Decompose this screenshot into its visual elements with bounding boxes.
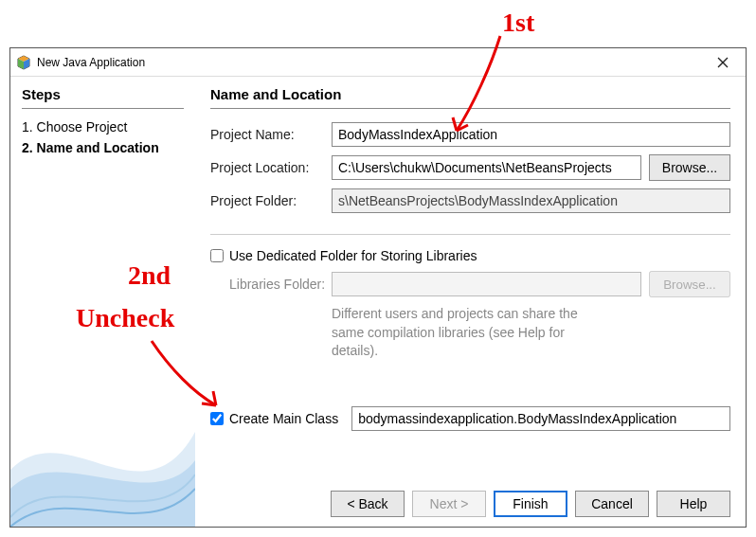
- project-name-row: Project Name:: [210, 122, 730, 147]
- project-name-label: Project Name:: [210, 127, 332, 142]
- titlebar: New Java Application: [10, 48, 746, 77]
- step-2: Name and Location: [22, 139, 184, 158]
- project-folder-input: [332, 188, 730, 213]
- divider: [210, 234, 730, 235]
- titlebar-title: New Java Application: [37, 56, 706, 69]
- decorative-wave: [10, 375, 195, 527]
- dedicated-folder-row: Use Dedicated Folder for Storing Librari…: [210, 248, 730, 263]
- dedicated-folder-label[interactable]: Use Dedicated Folder for Storing Librari…: [229, 248, 477, 263]
- button-bar: < Back Next > Finish Cancel Help: [210, 475, 730, 517]
- form-pane: Name and Location Project Name: Project …: [195, 77, 746, 527]
- steps-heading: Steps: [22, 86, 184, 109]
- steps-list: Choose Project Name and Location: [22, 118, 184, 157]
- form-heading: Name and Location: [210, 86, 730, 109]
- next-button: Next >: [412, 491, 486, 517]
- netbeans-icon: [16, 55, 31, 70]
- help-button[interactable]: Help: [657, 491, 730, 517]
- back-button[interactable]: < Back: [331, 491, 405, 517]
- dedicated-folder-checkbox[interactable]: [210, 249, 224, 262]
- main-class-input[interactable]: [351, 406, 730, 431]
- cancel-button[interactable]: Cancel: [575, 491, 649, 517]
- project-location-row: Project Location: Browse...: [210, 154, 730, 181]
- libraries-help-text: Different users and projects can share t…: [210, 305, 608, 361]
- step-1: Choose Project: [22, 118, 184, 137]
- create-main-class-row: Create Main Class: [210, 406, 730, 431]
- finish-button[interactable]: Finish: [494, 491, 567, 517]
- content: Steps Choose Project Name and Location N…: [10, 77, 746, 527]
- project-location-input[interactable]: [332, 155, 641, 180]
- libraries-folder-label: Libraries Folder:: [229, 277, 332, 292]
- project-location-label: Project Location:: [210, 160, 332, 175]
- annotation-1st: 1st: [502, 8, 534, 38]
- browse-location-button[interactable]: Browse...: [649, 154, 730, 181]
- create-main-class-checkbox[interactable]: [210, 412, 224, 425]
- libraries-folder-row: Libraries Folder: Browse...: [210, 271, 730, 297]
- steps-pane: Steps Choose Project Name and Location: [10, 77, 195, 527]
- project-folder-label: Project Folder:: [210, 193, 332, 208]
- create-main-class-label[interactable]: Create Main Class: [229, 411, 338, 426]
- close-button[interactable]: [706, 52, 740, 73]
- new-project-dialog: New Java Application Steps Choose Projec…: [9, 47, 747, 528]
- libraries-folder-input: [332, 272, 641, 296]
- browse-libraries-button: Browse...: [649, 271, 730, 297]
- project-folder-row: Project Folder:: [210, 188, 730, 213]
- project-name-input[interactable]: [332, 122, 730, 147]
